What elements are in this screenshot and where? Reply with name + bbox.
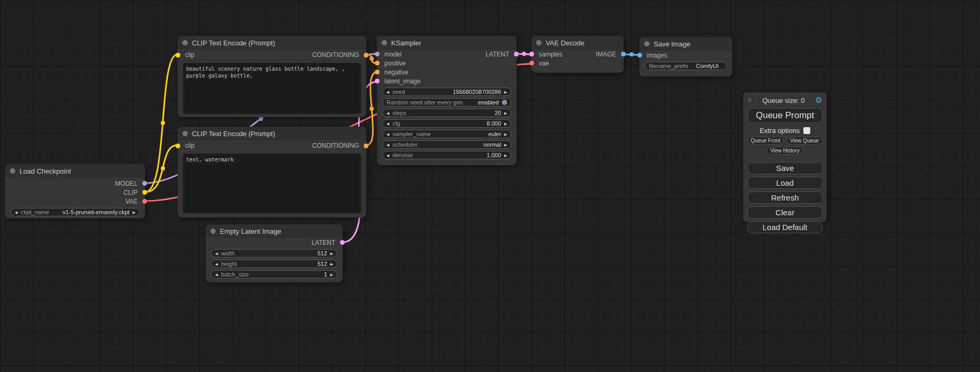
view-history-button[interactable]: View History [767,147,803,155]
save-button[interactable]: Save [748,162,822,174]
collapse-dot-icon[interactable] [182,40,188,45]
refresh-button[interactable]: Refresh [748,192,822,204]
decrement-icon[interactable]: ◀ [215,262,218,266]
node-title-bar[interactable]: CLIP Text Encode (Prompt) [178,36,366,50]
input-dot-latent-image[interactable] [375,79,380,83]
node-title-bar[interactable]: KSampler [377,36,517,50]
decrement-icon[interactable]: ◀ [386,132,389,136]
increment-icon[interactable]: ▶ [133,211,135,214]
input-dot-samples[interactable] [529,52,534,56]
node-title-bar[interactable]: CLIP Text Encode (Prompt) [178,127,366,140]
node-vae-decode[interactable]: VAE Decode samples IMAGE vae [531,36,624,73]
output-dot-vae[interactable] [142,199,147,204]
output-dot-latent[interactable] [514,52,519,56]
settings-gear-icon[interactable]: ⚙ [816,96,822,105]
output-dot-latent[interactable] [340,240,345,245]
output-dot-clip[interactable] [142,190,147,195]
seed-widget[interactable]: ◀ seed 156680208700286 ▶ [382,88,511,96]
input-dot-model[interactable] [375,52,380,56]
toggle-knob-icon[interactable] [502,100,507,105]
filename-prefix-widget[interactable]: filename_prefix ComfyUI [645,62,727,70]
widget-value: enabled [478,100,499,106]
input-dot-positive[interactable] [375,61,380,65]
node-title-bar[interactable]: VAE Decode [531,36,624,50]
increment-icon[interactable]: ▶ [504,122,507,126]
increment-icon[interactable]: ▶ [504,90,507,94]
decrement-icon[interactable]: ◀ [215,273,218,276]
increment-icon[interactable]: ▶ [504,143,507,147]
decrement-icon[interactable]: ◀ [386,90,389,94]
load-default-button[interactable]: Load Default [748,221,822,233]
widget-value: 156680208700286 [453,89,501,95]
wire-midpoint-dot [370,56,374,61]
node-ksampler[interactable]: KSampler model LATENT positive negative … [377,36,517,165]
collapse-dot-icon[interactable] [10,168,15,174]
input-dot-vae[interactable] [529,61,534,65]
wire-midpoint-dot [161,166,165,170]
node-save-image[interactable]: Save Image images filename_prefix ComfyU… [639,37,732,77]
load-button[interactable]: Load [748,177,822,189]
random-seed-toggle-widget[interactable]: Random seed after every gen enabled [382,98,511,107]
input-dot-images[interactable] [637,53,642,58]
input-dot-negative[interactable] [375,70,380,74]
decrement-icon[interactable]: ◀ [386,111,389,115]
queue-front-button[interactable]: Queue Front [748,137,783,145]
wire-midpoint-dot [161,121,165,125]
collapse-dot-icon[interactable] [536,40,541,45]
clear-button[interactable]: Clear [748,206,822,218]
view-queue-button[interactable]: View Queue [787,137,822,145]
cfg-widget[interactable]: ◀ cfg 8.000 ▶ [382,119,511,128]
node-title-bar[interactable]: Load Checkpoint [5,164,145,178]
decrement-icon[interactable]: ◀ [215,252,218,255]
extra-options-checkbox[interactable] [803,127,810,134]
ckpt-name-widget[interactable]: ◀ ckpt_name v1-5-pruned-emaonly.ckpt ▶ [11,208,140,216]
collapse-dot-icon[interactable] [210,228,216,234]
prompt-textarea[interactable]: beautiful scenery nature glass bottle la… [183,63,361,114]
output-dot-image[interactable] [621,52,626,56]
increment-icon[interactable]: ▶ [504,132,507,136]
decrement-icon[interactable]: ◀ [386,122,389,126]
batch-size-widget[interactable]: ◀ batch_size 1 ▶ [211,270,337,279]
node-empty-latent-image[interactable]: Empty Latent Image LATENT ◀ width 512 ▶ … [206,224,343,282]
graph-canvas[interactable]: Load Checkpoint MODEL CLIP VAE ◀ ckpt_na… [0,0,980,372]
decrement-icon[interactable]: ◀ [386,154,389,157]
input-slot-negative: negative [377,68,517,77]
width-widget[interactable]: ◀ width 512 ▶ [211,249,337,257]
queue-panel-header: ⠿ Queue size: 0 ⚙ [743,92,827,106]
node-load-checkpoint[interactable]: Load Checkpoint MODEL CLIP VAE ◀ ckpt_na… [5,164,145,218]
node-clip-text-encode-negative[interactable]: CLIP Text Encode (Prompt) clip CONDITION… [178,127,366,217]
node-title-bar[interactable]: Save Image [639,37,732,51]
scheduler-widget[interactable]: ◀ scheduler normal ▶ [382,140,511,149]
height-widget[interactable]: ◀ height 512 ▶ [211,260,337,268]
increment-icon[interactable]: ▶ [331,262,333,266]
widget-label: scheduler [392,142,418,148]
output-dot-model[interactable] [142,181,147,186]
input-dot-clip[interactable] [176,53,180,58]
increment-icon[interactable]: ▶ [504,154,507,157]
denoise-widget[interactable]: ◀ denoise 1.000 ▶ [382,151,511,159]
collapse-dot-icon[interactable] [382,40,387,45]
collapse-dot-icon[interactable] [182,131,188,136]
output-slot-vae: VAE [5,197,145,206]
output-dot-conditioning[interactable] [364,144,368,148]
decrement-icon[interactable]: ◀ [386,143,389,147]
input-dot-clip[interactable] [176,144,180,148]
node-title-bar[interactable]: Empty Latent Image [206,224,343,238]
node-clip-text-encode-positive[interactable]: CLIP Text Encode (Prompt) clip CONDITION… [178,36,366,117]
widget-value: 512 [317,251,327,256]
increment-icon[interactable]: ▶ [331,252,333,255]
widget-label: filename_prefix [649,63,688,69]
increment-icon[interactable]: ▶ [331,273,333,276]
increment-icon[interactable]: ▶ [504,111,507,115]
prompt-textarea[interactable]: text, watermark [183,154,361,213]
widget-label: ckpt_name [21,209,49,215]
drag-handle-icon[interactable]: ⠿ [748,97,752,104]
widget-value: 20 [494,110,501,116]
widget-label: cfg [392,121,400,127]
decrement-icon[interactable]: ◀ [15,211,17,214]
output-dot-conditioning[interactable] [364,53,368,58]
queue-prompt-button[interactable]: Queue Prompt [748,108,822,123]
collapse-dot-icon[interactable] [644,41,649,46]
steps-widget[interactable]: ◀ steps 20 ▶ [382,109,511,117]
sampler-name-widget[interactable]: ◀ sampler_name euler ▶ [382,130,511,138]
